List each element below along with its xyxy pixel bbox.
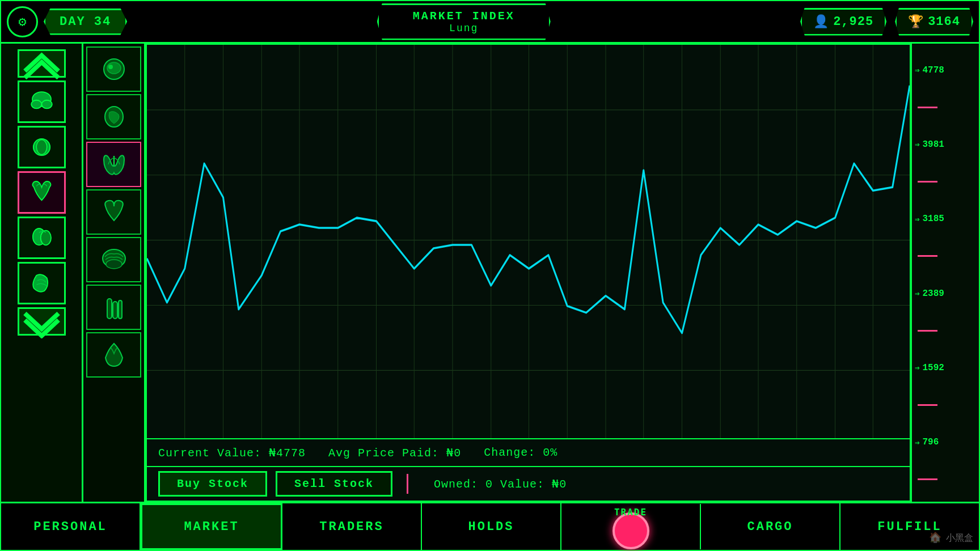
nav-personal[interactable]: PERSONAL bbox=[1, 503, 141, 550]
top-left-controls: ⚙ DAY 34 bbox=[7, 6, 127, 37]
axis-label-3981: ⇒ 3981 bbox=[915, 139, 976, 150]
trophy-value: 3164 bbox=[928, 15, 960, 29]
organ-item-3[interactable] bbox=[18, 171, 66, 214]
axis-arrow-icon-2: ⇒ bbox=[915, 139, 919, 149]
currency-value: 2,925 bbox=[833, 15, 873, 29]
owned-value-text: Owned: 0 Value: ₦0 bbox=[434, 477, 567, 491]
currency-display: 👤 2,925 bbox=[800, 8, 886, 36]
svg-rect-15 bbox=[113, 302, 117, 319]
person-icon: 👤 bbox=[813, 14, 829, 29]
chart-bottom-info: Current Value: ₦4778 Avg Price Paid: ₦0 … bbox=[147, 438, 910, 501]
organ-item-1[interactable] bbox=[18, 80, 66, 123]
change-stat: Change: 0% bbox=[484, 446, 557, 459]
trade-label: TRADE bbox=[614, 507, 647, 518]
axis-label-2389: ⇒ 2389 bbox=[915, 289, 976, 299]
current-value-stat: Current Value: ₦4778 bbox=[158, 446, 306, 460]
scroll-up-button[interactable] bbox=[18, 49, 66, 78]
bottom-nav: PERSONAL MARKET TRADERS HOLDS TRADE CARG… bbox=[1, 502, 979, 550]
item-thumb-2[interactable] bbox=[86, 94, 141, 139]
market-index-sub: Lung bbox=[413, 23, 515, 34]
pink-bar-6 bbox=[918, 478, 937, 480]
items-panel bbox=[83, 44, 146, 502]
left-sidebar bbox=[1, 44, 83, 502]
day-label: DAY 34 bbox=[60, 15, 111, 29]
axis-arrow-icon-4: ⇒ bbox=[915, 289, 919, 298]
right-y-axis: ⇒ 4778 ⇒ 3981 ⇒ 3185 ⇒ 2389 ⇒ 1592 ⇒ 796 bbox=[911, 44, 979, 502]
market-index-panel: MARKET INDEX Lung bbox=[377, 3, 551, 40]
top-right-info: 👤 2,925 🏆 3164 bbox=[800, 8, 973, 36]
divider bbox=[407, 474, 408, 494]
svg-point-6 bbox=[40, 231, 50, 245]
organ-item-5[interactable] bbox=[18, 262, 66, 304]
pink-bar-2 bbox=[918, 181, 937, 183]
item-thumb-6[interactable] bbox=[86, 285, 141, 330]
axis-label-4778: ⇒ 4778 bbox=[915, 65, 976, 75]
svg-point-13 bbox=[106, 260, 122, 269]
chart-actions-row: Buy Stock Sell Stock Owned: 0 Value: ₦0 bbox=[147, 467, 910, 501]
item-thumb-1[interactable] bbox=[86, 46, 141, 92]
item-thumb-4[interactable] bbox=[86, 189, 141, 235]
svg-rect-16 bbox=[119, 300, 122, 319]
sell-stock-button[interactable]: Sell Stock bbox=[276, 471, 392, 497]
game-screen: ⚙ DAY 34 MARKET INDEX Lung 👤 2,925 🏆 316… bbox=[0, 0, 980, 551]
organ-item-2[interactable] bbox=[18, 126, 66, 168]
nav-traders[interactable]: TRADERS bbox=[282, 503, 422, 550]
chart-stats-row: Current Value: ₦4778 Avg Price Paid: ₦0 … bbox=[147, 439, 910, 467]
trophy-icon: 🏆 bbox=[908, 14, 923, 29]
axis-arrow-icon-3: ⇒ bbox=[915, 214, 919, 224]
nav-market[interactable]: MARKET bbox=[141, 503, 282, 550]
axis-arrow-icon-6: ⇒ bbox=[915, 438, 919, 447]
svg-point-9 bbox=[108, 65, 113, 69]
item-thumb-3-lung[interactable] bbox=[86, 142, 141, 187]
axis-arrow-icon-5: ⇒ bbox=[915, 363, 919, 372]
chart-canvas bbox=[147, 45, 910, 438]
nav-trade-container: TRADE bbox=[561, 504, 701, 549]
item-thumb-7[interactable] bbox=[86, 332, 141, 378]
svg-point-4 bbox=[36, 140, 47, 155]
axis-label-3185: ⇒ 3185 bbox=[915, 214, 976, 224]
axis-label-1592: ⇒ 1592 bbox=[915, 363, 976, 373]
trade-button[interactable] bbox=[612, 512, 649, 549]
day-badge: DAY 34 bbox=[44, 9, 127, 35]
svg-rect-14 bbox=[107, 299, 112, 319]
buy-stock-button[interactable]: Buy Stock bbox=[158, 471, 267, 497]
watermark: 🏠 小黑盒 bbox=[929, 531, 973, 544]
watermark-text: 小黑盒 bbox=[946, 533, 973, 544]
item-thumb-5[interactable] bbox=[86, 237, 141, 282]
pink-bar-3 bbox=[918, 255, 937, 257]
axis-arrow-icon: ⇒ bbox=[915, 65, 919, 75]
scroll-down-button[interactable] bbox=[18, 307, 66, 336]
svg-point-1 bbox=[31, 100, 41, 109]
top-bar: ⚙ DAY 34 MARKET INDEX Lung 👤 2,925 🏆 316… bbox=[1, 1, 979, 44]
pink-bar-1 bbox=[918, 107, 937, 108]
chart-area: Current Value: ₦4778 Avg Price Paid: ₦0 … bbox=[146, 44, 911, 502]
svg-point-2 bbox=[41, 100, 52, 109]
pink-bar-5 bbox=[918, 404, 937, 406]
organ-item-4[interactable] bbox=[18, 217, 66, 259]
watermark-icon: 🏠 bbox=[929, 532, 941, 544]
avg-price-stat: Avg Price Paid: ₦0 bbox=[328, 446, 461, 460]
trophy-display: 🏆 3164 bbox=[895, 8, 973, 36]
nav-holds[interactable]: HOLDS bbox=[422, 503, 561, 550]
settings-icon[interactable]: ⚙ bbox=[7, 6, 38, 37]
axis-label-796: ⇒ 796 bbox=[915, 437, 976, 447]
nav-cargo[interactable]: CARGO bbox=[701, 503, 840, 550]
pink-bar-4 bbox=[918, 330, 937, 332]
market-index-title: MARKET INDEX bbox=[413, 10, 515, 23]
